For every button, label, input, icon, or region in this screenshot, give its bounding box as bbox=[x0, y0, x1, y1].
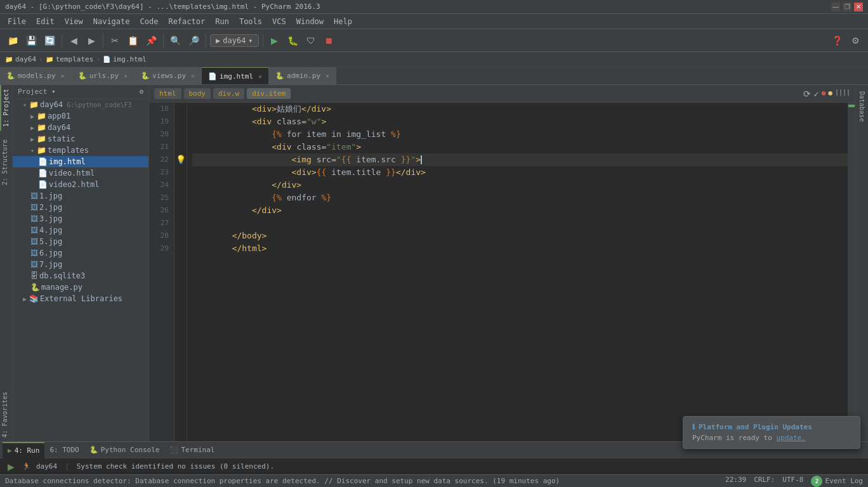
tree-managepy[interactable]: 🐍 manage.py bbox=[13, 282, 148, 293]
bulb-icon[interactable]: 💡 bbox=[176, 153, 186, 166]
tab-adminpy[interactable]: 🐍admin.py✕ bbox=[269, 67, 336, 84]
project-selector[interactable]: ▶ day64 ▾ bbox=[210, 34, 259, 47]
code-line-24: </div> bbox=[192, 179, 848, 192]
toolbar-forward-btn[interactable]: ▶ bbox=[84, 33, 99, 48]
settings-btn[interactable]: ⚙ bbox=[848, 33, 863, 48]
toolbar-search-btn[interactable]: 🔍 bbox=[168, 33, 183, 48]
sidebar-gear-icon[interactable]: ⚙ bbox=[139, 88, 143, 96]
todo-panel-tab[interactable]: 6: TODO bbox=[44, 442, 84, 458]
expand-icon-static: ▶ bbox=[30, 136, 34, 143]
project-panel-tab[interactable]: 1: Project bbox=[0, 85, 12, 131]
tab-urlspy[interactable]: 🐍urls.py✕ bbox=[72, 67, 135, 84]
tree-4jpg[interactable]: 🖼 4.jpg bbox=[13, 224, 148, 236]
check-indicator: |||| bbox=[835, 89, 850, 99]
toolbar-folder-btn[interactable]: 📁 bbox=[5, 33, 21, 48]
maximize-button[interactable]: ❐ bbox=[843, 3, 852, 11]
file-icon-managepy: 🐍 bbox=[30, 283, 40, 292]
toolbar-sync-btn[interactable]: 🔄 bbox=[42, 33, 58, 48]
toolbar-save-btn[interactable]: 💾 bbox=[23, 33, 39, 48]
toolbar-paste-btn[interactable]: 📌 bbox=[143, 33, 159, 48]
tree-label-db: db.sqlite3 bbox=[39, 271, 85, 280]
event-log-btn[interactable]: 2 Event Log bbox=[811, 476, 863, 487]
tree-2jpg[interactable]: 🖼 2.jpg bbox=[13, 202, 148, 213]
sync-icon2[interactable]: ✓ bbox=[813, 89, 819, 99]
notif-body-text: PyCharm is ready to bbox=[692, 434, 776, 442]
menu-item-tools[interactable]: Tools bbox=[234, 16, 267, 27]
breadcrumb-imghtml[interactable]: img.html bbox=[113, 55, 147, 63]
debug-btn[interactable]: 🐛 bbox=[285, 33, 301, 48]
tree-dbsqlite3[interactable]: 🗄 db.sqlite3 bbox=[13, 270, 148, 282]
tab-close-btn[interactable]: ✕ bbox=[258, 73, 262, 80]
toolbar-replace-btn[interactable]: 🔎 bbox=[186, 33, 202, 48]
stop-btn[interactable]: ⏹ bbox=[321, 33, 336, 48]
tab-modelspy[interactable]: 🐍models.py✕ bbox=[0, 67, 72, 84]
line-col-indicator[interactable]: 22:39 bbox=[725, 476, 746, 487]
run-action-btn[interactable]: ▶ bbox=[5, 462, 17, 472]
expand-icon-app01: ▶ bbox=[30, 113, 34, 120]
tab-imghtml[interactable]: 📄img.html✕ bbox=[202, 67, 269, 84]
menu-item-view[interactable]: View bbox=[60, 16, 88, 27]
tree-app01[interactable]: ▶ 📁 app01 bbox=[13, 110, 148, 122]
menu-item-help[interactable]: Help bbox=[329, 16, 357, 27]
code-text-area[interactable]: <div> 姑娘们 </div> <div class= "w" > bbox=[187, 103, 848, 441]
tree-external-libraries[interactable]: ▶ 📚 External Libraries bbox=[13, 293, 148, 304]
coverage-btn[interactable]: 🛡 bbox=[303, 33, 319, 48]
tab-viewspy[interactable]: 🐍views.py✕ bbox=[135, 67, 202, 84]
minimize-button[interactable]: — bbox=[831, 3, 840, 11]
run-btn[interactable]: ▶ bbox=[267, 33, 282, 48]
editor-code-area[interactable]: 18 19 20 21 22 23 24 25 26 27 28 29 bbox=[149, 103, 855, 441]
close-button[interactable]: ✕ bbox=[854, 3, 863, 11]
terminal-tab[interactable]: ⬛ Terminal bbox=[164, 442, 220, 458]
run-icon: ▶ bbox=[8, 446, 12, 455]
toolbar-copy-btn[interactable]: 📋 bbox=[125, 33, 141, 48]
tree-video2html[interactable]: 📄 video2.html bbox=[13, 179, 148, 190]
tab-close-btn[interactable]: ✕ bbox=[61, 72, 65, 79]
code-line-26: </div> bbox=[192, 204, 848, 217]
file-icon-videohtml: 📄 bbox=[38, 169, 48, 178]
tree-day64-sub[interactable]: ▶ 📁 day64 bbox=[13, 122, 148, 133]
tree-7jpg[interactable]: 🖼 7.jpg bbox=[13, 259, 148, 270]
structure-panel-tab[interactable]: 2: Structure bbox=[0, 136, 12, 189]
tree-day64-root[interactable]: ▾ 📁 day64 G:\python_code\F3 bbox=[13, 99, 148, 110]
code-line-23: <div> {{ item.title }} </div> bbox=[192, 166, 848, 179]
menu-item-vcs[interactable]: VCS bbox=[267, 16, 291, 27]
run-panel-tab[interactable]: ▶ 4: Run bbox=[3, 442, 44, 458]
tree-5jpg[interactable]: 🖼 5.jpg bbox=[13, 236, 148, 247]
tree-templates[interactable]: ▾ 📁 templates bbox=[13, 145, 148, 156]
toolbar-cut-btn[interactable]: ✂ bbox=[107, 33, 122, 48]
breadcrumb-templates[interactable]: templates bbox=[56, 55, 94, 63]
tree-1jpg[interactable]: 🖼 1.jpg bbox=[13, 190, 148, 202]
python-console-tab[interactable]: 🐍 Python Console bbox=[84, 442, 165, 458]
menu-item-window[interactable]: Window bbox=[291, 16, 329, 27]
tree-imghtml[interactable]: 📄 img.html bbox=[13, 156, 148, 167]
favorites-panel-tab[interactable]: 4: Favorites bbox=[0, 388, 12, 441]
tree-6jpg[interactable]: 🖼 6.jpg bbox=[13, 247, 148, 259]
crumb-divw[interactable]: div.w bbox=[213, 88, 244, 99]
tab-close-btn[interactable]: ✕ bbox=[326, 72, 329, 79]
menu-item-run[interactable]: Run bbox=[210, 16, 234, 27]
menu-item-file[interactable]: File bbox=[3, 16, 31, 27]
encoding-indicator[interactable]: UTF-8 bbox=[782, 476, 803, 487]
gutter-column: 💡 bbox=[174, 103, 187, 441]
breadcrumb-day64[interactable]: day64 bbox=[15, 55, 36, 63]
crumb-divitem[interactable]: div.item bbox=[247, 88, 291, 99]
tab-close-btn[interactable]: ✕ bbox=[124, 72, 128, 79]
database-panel-tab[interactable]: Database bbox=[857, 88, 867, 126]
crlf-indicator[interactable]: CRLF: bbox=[754, 476, 775, 487]
crumb-body[interactable]: body bbox=[184, 88, 211, 99]
sync-icon1[interactable]: ⟳ bbox=[803, 89, 811, 99]
tree-videohtml[interactable]: 📄 video.html bbox=[13, 167, 148, 179]
menu-item-edit[interactable]: Edit bbox=[31, 16, 60, 27]
menu-item-navigate[interactable]: Navigate bbox=[88, 16, 135, 27]
tab-close-btn[interactable]: ✕ bbox=[191, 72, 195, 79]
editor-right-icons: ⟳ ✓ ● ● |||| bbox=[803, 89, 850, 99]
toolbar-back-btn[interactable]: ◀ bbox=[66, 33, 81, 48]
file-icon-imghtml: 📄 bbox=[38, 157, 48, 166]
tree-3jpg[interactable]: 🖼 3.jpg bbox=[13, 213, 148, 224]
notif-link[interactable]: update. bbox=[776, 434, 805, 442]
tree-static[interactable]: ▶ 📁 static bbox=[13, 133, 148, 145]
menu-item-refactor[interactable]: Refactor bbox=[163, 16, 210, 27]
menu-item-code[interactable]: Code bbox=[135, 16, 164, 27]
help-btn[interactable]: ❓ bbox=[829, 33, 845, 48]
crumb-html[interactable]: html bbox=[154, 88, 181, 99]
